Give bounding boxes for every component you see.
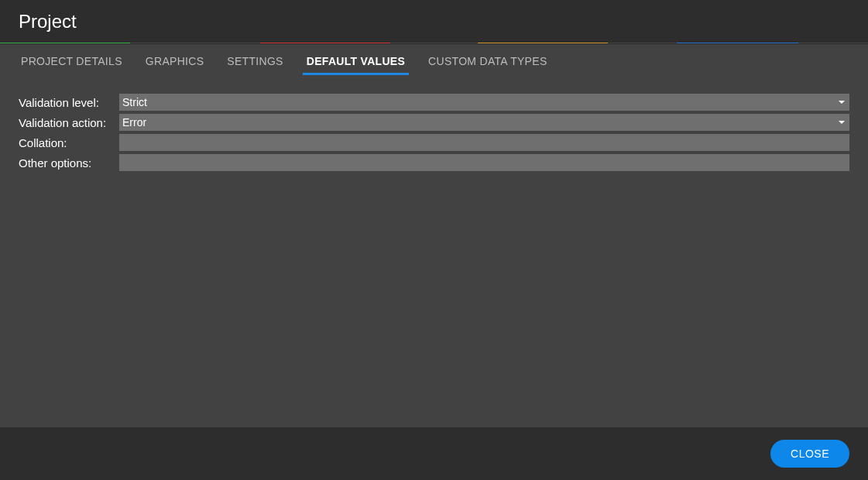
other-options-input[interactable]	[119, 154, 849, 171]
tab-settings[interactable]: SETTINGS	[215, 44, 294, 77]
tab-default-values[interactable]: DEFAULT VALUES	[295, 44, 417, 77]
tab-project-details[interactable]: PROJECT DETAILS	[9, 44, 134, 77]
validation-action-label: Validation action:	[19, 116, 119, 129]
header-accent-line	[0, 43, 868, 43]
collation-field-wrap	[119, 134, 849, 151]
tab-bar: PROJECT DETAILS GRAPHICS SETTINGS DEFAUL…	[0, 44, 868, 77]
other-options-field-wrap	[119, 154, 849, 171]
collation-label: Collation:	[19, 136, 119, 149]
tab-graphics[interactable]: GRAPHICS	[134, 44, 216, 77]
dialog-title: Project	[19, 11, 849, 33]
project-dialog: Project PROJECT DETAILS GRAPHICS SETTING…	[0, 0, 868, 480]
validation-action-field[interactable]: Error	[119, 114, 849, 131]
tab-custom-data-types[interactable]: CUSTOM DATA TYPES	[417, 44, 558, 77]
dialog-footer: CLOSE	[0, 427, 868, 480]
other-options-row: Other options:	[19, 154, 849, 171]
validation-action-select[interactable]: Error	[119, 114, 849, 131]
other-options-label: Other options:	[19, 156, 119, 170]
collation-row: Collation:	[19, 134, 849, 151]
validation-level-select[interactable]: Strict	[119, 94, 849, 111]
validation-level-field[interactable]: Strict	[119, 94, 849, 111]
collation-input[interactable]	[119, 134, 849, 151]
tab-content: Validation level: Strict Validation acti…	[0, 77, 868, 427]
validation-action-row: Validation action: Error	[19, 114, 849, 131]
validation-level-row: Validation level: Strict	[19, 94, 849, 111]
dialog-header: Project	[0, 0, 868, 44]
close-button[interactable]: CLOSE	[770, 440, 849, 468]
validation-level-label: Validation level:	[19, 96, 119, 109]
